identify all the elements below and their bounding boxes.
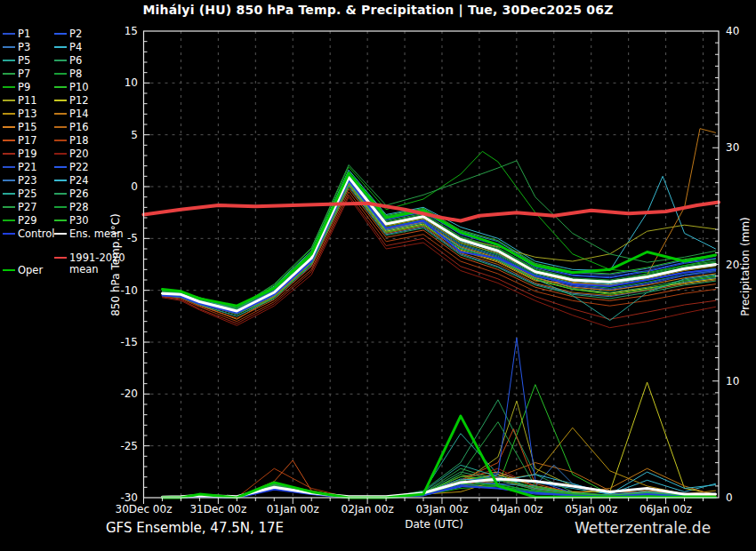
legend-swatch-p29 bbox=[3, 220, 15, 221]
legend-item-p1: P1 bbox=[3, 28, 30, 40]
svg-text:04Jan 00z: 04Jan 00z bbox=[490, 503, 543, 515]
svg-text:10: 10 bbox=[726, 375, 739, 387]
meteogram-page: 151050-5-10-15-20-25-3040302010030Dec 00… bbox=[0, 0, 756, 551]
legend-swatch-p27 bbox=[3, 206, 15, 208]
svg-text:30Dec 00z: 30Dec 00z bbox=[116, 503, 173, 515]
svg-text:01Jan 00z: 01Jan 00z bbox=[267, 503, 319, 515]
legend-label-p30: P30 bbox=[69, 215, 89, 227]
svg-text:-20: -20 bbox=[120, 387, 138, 400]
legend-label-p26: P26 bbox=[69, 188, 89, 200]
legend-swatch-oper bbox=[3, 269, 15, 271]
legend-item-p20: P20 bbox=[54, 148, 89, 160]
model-info-text: GFS Ensemble, 47.5N, 17E bbox=[106, 520, 284, 536]
legend-label-p16: P16 bbox=[69, 122, 89, 133]
highlight-lines bbox=[144, 173, 720, 498]
legend-swatch-p23 bbox=[3, 180, 15, 181]
legend-label-ens-mean: Ens. mean bbox=[69, 228, 123, 240]
legend-swatch-p14 bbox=[54, 113, 67, 115]
legend-label-p3: P3 bbox=[18, 42, 30, 53]
legend-label-p29: P29 bbox=[18, 215, 37, 227]
legend-item-p12: P12 bbox=[54, 94, 89, 107]
legend-item-p4: P4 bbox=[54, 41, 82, 53]
legend-label-p27: P27 bbox=[18, 202, 37, 213]
legend-swatch-p17 bbox=[3, 140, 15, 141]
legend-label-p8: P8 bbox=[69, 68, 82, 80]
legend-label-p1: P1 bbox=[18, 28, 30, 40]
legend-swatch-p7 bbox=[3, 73, 15, 75]
legend-item-p17: P17 bbox=[3, 134, 37, 147]
legend-swatch-p16 bbox=[54, 126, 67, 128]
svg-text:20: 20 bbox=[726, 259, 739, 271]
legend-item-p21: P21 bbox=[3, 161, 37, 173]
legend-swatch-p9 bbox=[3, 86, 15, 88]
legend-swatch-p13 bbox=[3, 113, 15, 115]
legend-swatch-ens-mean bbox=[54, 233, 67, 235]
legend-label-p22: P22 bbox=[69, 162, 89, 173]
legend-item-p14: P14 bbox=[54, 108, 89, 120]
legend-swatch-p12 bbox=[54, 100, 67, 101]
page-title: Mihályi (HU) 850 hPa Temp. & Precipitati… bbox=[0, 3, 756, 17]
legend-item-p19: P19 bbox=[3, 148, 37, 160]
legend-swatch-p11 bbox=[3, 100, 15, 101]
legend-label-p19: P19 bbox=[18, 148, 37, 160]
legend-item-p8: P8 bbox=[54, 68, 82, 80]
legend-label-p25: P25 bbox=[18, 188, 37, 200]
legend-label-p23: P23 bbox=[18, 175, 37, 187]
svg-text:-5: -5 bbox=[127, 232, 138, 244]
ensemble-member-lines bbox=[163, 129, 716, 498]
svg-text:05Jan 00z: 05Jan 00z bbox=[565, 503, 617, 515]
legend-item-p7: P7 bbox=[3, 68, 30, 80]
legend-label-climate-mean: 1991-2020mean bbox=[69, 252, 125, 276]
legend-swatch-p3 bbox=[3, 46, 15, 48]
legend-swatch-p22 bbox=[54, 166, 67, 168]
legend-label-p28: P28 bbox=[69, 202, 89, 213]
legend-swatch-control bbox=[3, 233, 15, 235]
legend-swatch-p28 bbox=[54, 206, 67, 208]
legend-item-p6: P6 bbox=[54, 54, 82, 67]
legend-swatch-p21 bbox=[3, 166, 15, 168]
legend-item-p10: P10 bbox=[54, 81, 89, 93]
legend-label-p9: P9 bbox=[18, 82, 30, 93]
legend-label-p4: P4 bbox=[69, 42, 82, 53]
legend-label-control: Control bbox=[18, 228, 55, 240]
legend-label-p15: P15 bbox=[18, 122, 37, 133]
svg-text:31Dec 00z: 31Dec 00z bbox=[189, 503, 246, 515]
legend-swatch-p8 bbox=[54, 73, 67, 75]
svg-text:40: 40 bbox=[726, 25, 739, 37]
legend-item-climate-mean: 1991-2020mean bbox=[54, 252, 125, 276]
legend-item-p2: P2 bbox=[54, 28, 82, 40]
legend-item-p30: P30 bbox=[54, 214, 89, 227]
legend-item-p13: P13 bbox=[3, 108, 37, 120]
site-credit-text: Wetterzentrale.de bbox=[575, 519, 711, 537]
legend-item-p28: P28 bbox=[54, 201, 89, 213]
legend-label-p2: P2 bbox=[69, 28, 82, 40]
legend-swatch-p6 bbox=[54, 60, 67, 61]
svg-text:03Jan 00z: 03Jan 00z bbox=[415, 503, 468, 515]
svg-text:30: 30 bbox=[726, 141, 739, 154]
legend-swatch-p26 bbox=[54, 193, 67, 195]
legend-swatch-p25 bbox=[3, 193, 15, 195]
legend-swatch-p15 bbox=[3, 126, 15, 128]
legend-item-p5: P5 bbox=[3, 54, 30, 67]
legend-label-p17: P17 bbox=[18, 135, 37, 147]
legend-swatch-p5 bbox=[3, 60, 15, 61]
svg-text:10: 10 bbox=[125, 76, 138, 89]
legend-item-oper: Oper bbox=[3, 264, 43, 276]
svg-text:-10: -10 bbox=[120, 284, 138, 297]
svg-text:06Jan 00z: 06Jan 00z bbox=[639, 503, 692, 515]
legend-item-p15: P15 bbox=[3, 121, 37, 133]
legend-label-p11: P11 bbox=[18, 95, 37, 107]
legend-label-p18: P18 bbox=[69, 135, 89, 147]
legend-item-p3: P3 bbox=[3, 41, 30, 53]
legend-swatch-p4 bbox=[54, 46, 67, 48]
legend-swatch-p20 bbox=[54, 153, 67, 155]
legend-item-p9: P9 bbox=[3, 81, 30, 93]
legend-label-p20: P20 bbox=[69, 148, 89, 160]
legend-label-oper: Oper bbox=[18, 265, 43, 276]
legend-label-p13: P13 bbox=[18, 108, 37, 120]
legend-item-control: Control bbox=[3, 228, 55, 240]
legend-item-p27: P27 bbox=[3, 201, 37, 213]
legend-item-p25: P25 bbox=[3, 188, 37, 200]
svg-text:Precipitation (mm): Precipitation (mm) bbox=[739, 217, 752, 316]
svg-text:02Jan 00z: 02Jan 00z bbox=[342, 503, 394, 515]
